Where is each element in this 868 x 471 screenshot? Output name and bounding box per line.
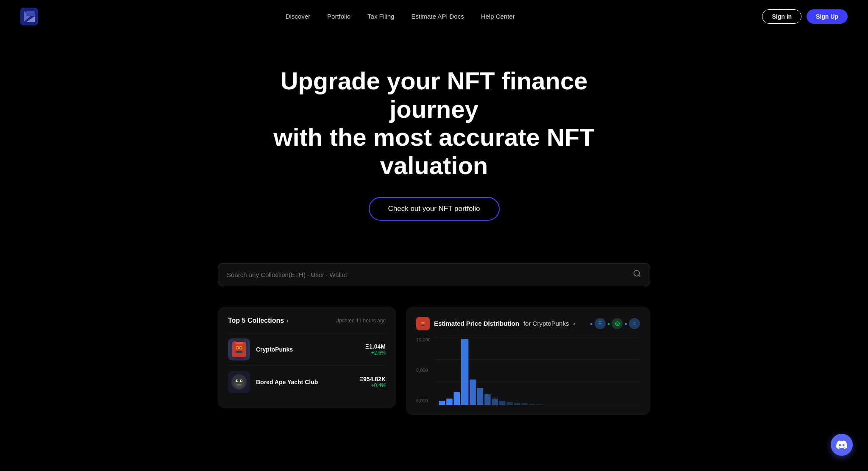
price-dist-chevron-icon: › (573, 320, 575, 327)
nav-actions: Sign In Sign Up (762, 9, 848, 24)
chain-other-icon[interactable]: ○ (629, 318, 640, 329)
collection-row-bayc[interactable]: Bored Ape Yacht Club Ξ954.82K +0.4% (228, 366, 386, 398)
chain-eth-icon[interactable]: Ξ (595, 318, 606, 329)
svg-rect-45 (536, 404, 542, 405)
panel-header: Top 5 Collections › Updated 11 hours ago (228, 317, 386, 324)
svg-rect-35 (461, 339, 468, 405)
svg-rect-44 (529, 404, 535, 405)
svg-rect-38 (484, 394, 491, 405)
chain-sol-icon[interactable]: ◎ (612, 318, 623, 329)
nav-help-center[interactable]: Help Center (481, 13, 515, 20)
svg-rect-36 (470, 380, 476, 405)
search-bar (218, 263, 650, 286)
portfolio-cta-button[interactable]: Check out your NFT portfolio (369, 197, 500, 221)
nav-discover[interactable]: Discover (286, 13, 310, 20)
signin-button[interactable]: Sign In (762, 9, 801, 24)
price-chart: 10,000 8,000 6,000 (416, 337, 640, 405)
svg-rect-32 (439, 401, 445, 405)
nav-links: Discover Portfolio Tax Filing Estimate A… (286, 13, 515, 20)
hero-headline: Upgrade your NFT finance journey with th… (252, 67, 616, 180)
collection-row-cryptopunks[interactable]: CryptoPunks Ξ1.04M +2.6% (228, 333, 386, 366)
svg-rect-40 (499, 401, 506, 405)
svg-rect-42 (514, 403, 520, 405)
svg-rect-43 (521, 403, 528, 405)
collection-name-cryptopunks: CryptoPunks (256, 346, 359, 353)
svg-rect-27 (421, 325, 425, 326)
bayc-image (228, 371, 250, 393)
navigation: Discover Portfolio Tax Filing Estimate A… (0, 0, 868, 33)
svg-point-20 (237, 380, 238, 381)
svg-point-12 (240, 347, 242, 349)
panel-updated: Updated 11 hours ago (335, 318, 386, 324)
svg-rect-10 (236, 351, 242, 353)
nav-tax-filing[interactable]: Tax Filing (367, 13, 394, 20)
chevron-right-icon: › (287, 317, 289, 324)
svg-line-5 (639, 275, 640, 277)
collection-thumb-bayc (228, 371, 250, 393)
price-distribution-panel: Estimated Price Distribution for CryptoP… (406, 307, 650, 415)
svg-rect-33 (446, 399, 453, 405)
signup-button[interactable]: Sign Up (807, 9, 848, 24)
search-icon (633, 269, 641, 278)
price-dist-title: Estimated Price Distribution for CryptoP… (416, 317, 575, 330)
hero-section: Upgrade your NFT finance journey with th… (0, 33, 868, 246)
chain-icons: ● Ξ ● ◎ ● ○ (590, 318, 640, 329)
nav-api-docs[interactable]: Estimate API Docs (411, 13, 464, 20)
top-collections-panel: Top 5 Collections › Updated 11 hours ago (218, 307, 396, 408)
svg-rect-41 (506, 402, 513, 405)
discord-icon (836, 439, 847, 450)
cryptopunks-icon (416, 317, 430, 330)
svg-point-21 (241, 380, 242, 381)
collection-name-bayc: Bored Ape Yacht Club (256, 379, 353, 385)
svg-rect-14 (234, 341, 236, 346)
svg-rect-34 (454, 392, 460, 405)
svg-rect-23 (237, 384, 241, 385)
price-dist-header: Estimated Price Distribution for CryptoP… (416, 317, 640, 330)
svg-marker-3 (26, 11, 35, 16)
collection-price-bayc: Ξ954.82K +0.4% (359, 376, 386, 388)
search-input[interactable] (227, 271, 628, 278)
collection-thumb-cryptopunks (228, 338, 250, 360)
svg-rect-13 (235, 342, 243, 344)
search-button[interactable] (633, 269, 641, 280)
discord-fab[interactable] (831, 434, 853, 456)
svg-rect-37 (477, 388, 484, 405)
logo-icon (20, 8, 38, 25)
cryptopunks-image (228, 338, 250, 360)
svg-rect-24 (419, 319, 427, 328)
collection-price-cryptopunks: Ξ1.04M +2.6% (365, 343, 386, 356)
chart-y-labels: 10,000 8,000 6,000 (416, 337, 431, 405)
svg-point-11 (236, 347, 238, 349)
panel-title: Top 5 Collections › (228, 317, 289, 324)
search-wrapper (209, 263, 659, 286)
nav-portfolio[interactable]: Portfolio (327, 13, 351, 20)
svg-rect-39 (492, 399, 498, 405)
logo[interactable] (20, 8, 38, 25)
svg-point-26 (423, 322, 425, 324)
svg-point-25 (421, 322, 423, 324)
price-chart-svg (435, 337, 640, 405)
panels-container: Top 5 Collections › Updated 11 hours ago (209, 307, 659, 432)
